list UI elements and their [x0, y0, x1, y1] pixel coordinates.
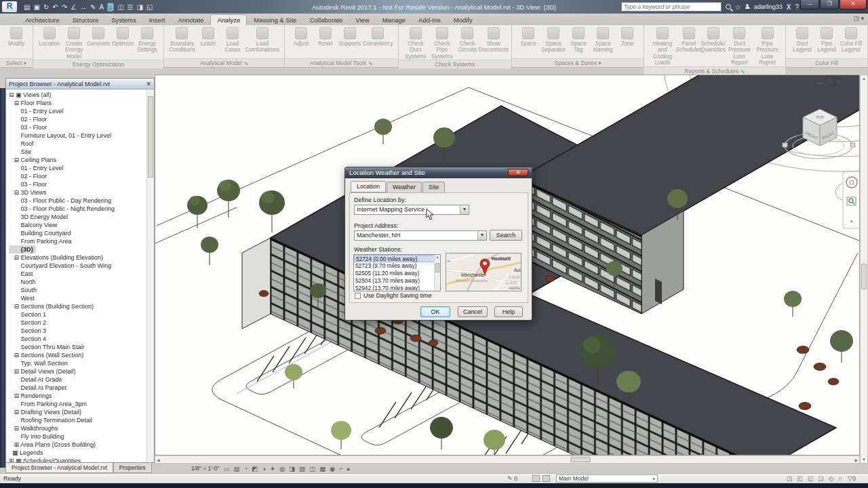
- ribbon-state-toggle-icon[interactable]: ◳ ▾: [853, 15, 864, 22]
- ribbon-button[interactable]: Show Disconnects: [480, 27, 507, 54]
- tree-item[interactable]: 03 - Floor: [9, 180, 146, 188]
- view-control-icon[interactable]: ◔: [243, 465, 248, 472]
- weather-station-item[interactable]: 52724 (0.00 miles away): [354, 255, 440, 262]
- tree-item[interactable]: ⊟ ▣ Views (all): [9, 91, 146, 99]
- close-button[interactable]: ✕: [840, 0, 867, 9]
- star-icon[interactable]: ☆: [735, 3, 741, 11]
- status-toggle-icon[interactable]: ◰: [797, 475, 803, 482]
- ribbon-button[interactable]: Adjust: [290, 27, 313, 47]
- navigation-bar[interactable]: ▾: [843, 171, 859, 228]
- ribbon-button[interactable]: Duct Legend: [791, 27, 814, 54]
- section-icon[interactable]: ◫: [117, 3, 123, 11]
- tree-item[interactable]: 01 - Entry Level: [9, 164, 146, 172]
- weather-station-item[interactable]: 52723 (9.70 miles away): [354, 262, 440, 270]
- ribbon-button[interactable]: Load Cases: [221, 27, 244, 54]
- tree-item[interactable]: ▦ Legends: [9, 449, 146, 457]
- tree-item[interactable]: ⊟ Walkthroughs: [9, 424, 146, 432]
- scroll-right-icon[interactable]: ▶: [854, 458, 858, 462]
- tree-item[interactable]: 03 - Floor: [9, 123, 146, 131]
- dialog-close-button[interactable]: ✕: [508, 169, 528, 176]
- search-icon[interactable]: [726, 4, 731, 9]
- measure-icon[interactable]: ∠: [71, 3, 77, 11]
- ribbon-tab[interactable]: Collaborate: [304, 15, 349, 25]
- ribbon-tab[interactable]: Modify: [448, 15, 479, 25]
- browser-tab[interactable]: Properties: [113, 463, 152, 473]
- ribbon-button[interactable]: Space Tag: [567, 27, 590, 54]
- location-map[interactable]: n Hooksett Manchester Aut © 2016 Microso…: [446, 253, 521, 291]
- view-control-icon[interactable]: ▧: [299, 465, 305, 472]
- tree-item[interactable]: Section 1: [9, 310, 146, 319]
- project-browser-header[interactable]: Project Browser - Analytical Model.rvt ✕: [6, 79, 154, 89]
- tree-item[interactable]: Section 3: [9, 327, 146, 335]
- view-control-icon[interactable]: ◉: [330, 465, 335, 472]
- tree-item[interactable]: {3D}: [9, 245, 36, 253]
- tree-item[interactable]: Roofing Termination Detail: [9, 416, 146, 424]
- tree-item[interactable]: ⊟ Elevations (Building Elevation): [9, 253, 146, 262]
- ribbon-button[interactable]: Zone: [616, 27, 639, 47]
- dialog-tab[interactable]: Site: [422, 182, 446, 193]
- view-control-icon[interactable]: ◍: [279, 465, 285, 472]
- ribbon-button[interactable]: Check Pipe Systems: [430, 27, 455, 60]
- help-icon[interactable]: ?: [795, 3, 799, 11]
- ribbon-tab[interactable]: Massing & Site: [248, 15, 302, 25]
- tree-item[interactable]: 02 - Floor: [9, 172, 146, 180]
- ribbon-button[interactable]: Heating and Cooling Loads: [649, 27, 676, 66]
- view-scale[interactable]: 1/8" = 1'-0": [191, 465, 219, 472]
- tree-item[interactable]: ⊞ Area Plans (Gross Building): [9, 441, 146, 449]
- view-control-icon[interactable]: ◨: [289, 465, 295, 472]
- view-control-icon[interactable]: ◩: [252, 465, 258, 472]
- list-scrollbar[interactable]: ▲: [434, 255, 440, 291]
- ribbon-button[interactable]: Space: [517, 27, 540, 47]
- ribbon-button[interactable]: Color Fill Legend: [840, 27, 863, 54]
- text-icon[interactable]: A: [99, 3, 104, 11]
- ribbon-button[interactable]: Reset: [314, 27, 337, 47]
- tree-item[interactable]: South: [9, 286, 146, 294]
- tree-item[interactable]: 3D Energy Model: [9, 213, 146, 221]
- view-control-icon[interactable]: ▸: [347, 465, 351, 472]
- tree-item[interactable]: Site: [9, 148, 146, 156]
- daylight-saving-checkbox[interactable]: [355, 293, 361, 299]
- tree-item[interactable]: ⊟ Floor Plans: [9, 99, 146, 107]
- aligned-dimension-icon[interactable]: ↔: [80, 3, 87, 11]
- building-wing-right[interactable]: [519, 75, 859, 314]
- ribbon-button[interactable]: Supports: [338, 27, 361, 47]
- workset-icon[interactable]: [532, 475, 540, 482]
- ribbon-button[interactable]: Create Energy Model: [62, 27, 85, 60]
- ribbon-button[interactable]: Check Circuits: [456, 27, 479, 54]
- weather-stations-list[interactable]: 52724 (0.00 miles away)52723 (9.70 miles…: [353, 254, 441, 291]
- weather-station-item[interactable]: 52504 (13.70 miles away): [354, 277, 440, 285]
- view-control-icon[interactable]: ◑: [262, 465, 266, 472]
- ribbon-tab[interactable]: View: [349, 15, 375, 25]
- ribbon-tab[interactable]: Add-Ins: [412, 15, 447, 25]
- ribbon-button[interactable]: Location: [38, 27, 61, 47]
- ribbon-panel-name[interactable]: Reports & Schedules ⇘: [644, 66, 785, 75]
- ribbon-panel-name[interactable]: Spaces & Zones ▾: [512, 58, 644, 67]
- tree-item[interactable]: Detail At Grade: [9, 375, 146, 384]
- dialog-tab[interactable]: Location: [351, 181, 386, 192]
- search-button[interactable]: Search: [490, 230, 522, 241]
- ribbon-tab[interactable]: Systems: [105, 15, 142, 25]
- ribbon-button[interactable]: Boundary Conditions: [169, 27, 195, 54]
- tree-item[interactable]: ⊟ Renderings: [9, 392, 146, 400]
- ribbon-tab[interactable]: Architecture: [19, 15, 66, 25]
- open-icon[interactable]: ▤: [24, 3, 30, 11]
- sync-icon[interactable]: ↻: [43, 3, 49, 11]
- ribbon-tab[interactable]: Analyze: [210, 14, 247, 25]
- horizontal-scroll-thumb[interactable]: [570, 457, 591, 462]
- dialog-tab[interactable]: Weather: [387, 182, 422, 193]
- vertical-scroll-thumb[interactable]: [861, 264, 867, 289]
- ribbon-tab[interactable]: Annotate: [172, 15, 210, 25]
- maximize-button[interactable]: ❐: [820, 0, 839, 9]
- redo-icon[interactable]: ↷: [62, 3, 67, 11]
- view-control-icon[interactable]: ▤: [233, 465, 239, 472]
- ribbon-button[interactable]: Pipe Legend: [815, 27, 838, 54]
- tree-item[interactable]: Section 2: [9, 319, 146, 327]
- chevron-down-icon[interactable]: ▼: [477, 231, 486, 240]
- ribbon-button[interactable]: Consistency: [363, 27, 393, 47]
- ribbon-panel-name[interactable]: Color Fill: [786, 58, 867, 67]
- tree-item[interactable]: ⊟ 3D Views: [9, 188, 146, 197]
- scroll-left-icon[interactable]: ◀: [157, 458, 160, 462]
- ribbon-button[interactable]: Space Separator: [541, 27, 566, 54]
- search-input[interactable]: [621, 2, 722, 12]
- view-control-icon[interactable]: ⌐: [339, 465, 343, 472]
